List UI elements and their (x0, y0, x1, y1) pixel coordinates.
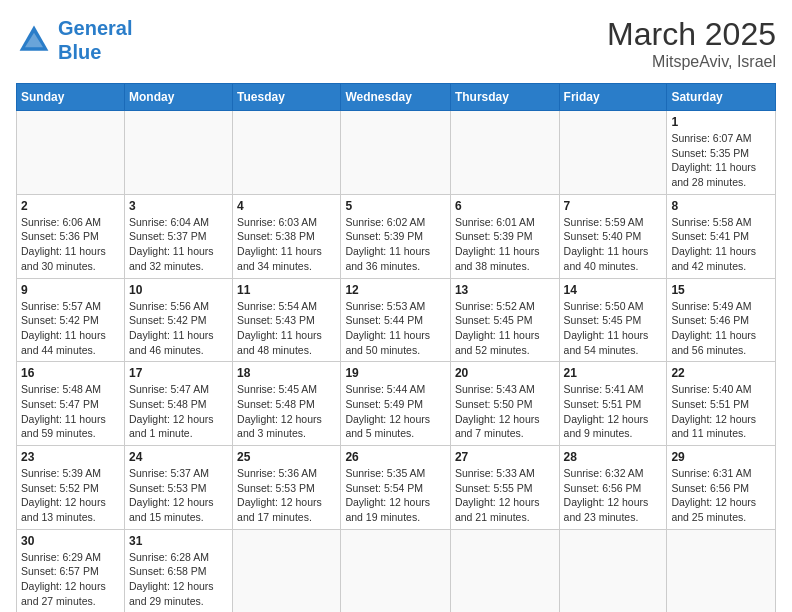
calendar-day-cell: 29Sunrise: 6:31 AM Sunset: 6:56 PM Dayli… (667, 446, 776, 530)
weekday-header-monday: Monday (124, 84, 232, 111)
day-number: 30 (21, 534, 120, 548)
day-info: Sunrise: 5:35 AM Sunset: 5:54 PM Dayligh… (345, 466, 446, 525)
calendar-day-cell: 14Sunrise: 5:50 AM Sunset: 5:45 PM Dayli… (559, 278, 667, 362)
page-header: General Blue March 2025 MitspeAviv, Isra… (16, 16, 776, 71)
calendar-day-cell: 25Sunrise: 5:36 AM Sunset: 5:53 PM Dayli… (233, 446, 341, 530)
day-number: 17 (129, 366, 228, 380)
day-number: 13 (455, 283, 555, 297)
day-number: 18 (237, 366, 336, 380)
day-number: 27 (455, 450, 555, 464)
calendar-day-cell: 19Sunrise: 5:44 AM Sunset: 5:49 PM Dayli… (341, 362, 451, 446)
day-number: 1 (671, 115, 771, 129)
calendar-day-cell: 27Sunrise: 5:33 AM Sunset: 5:55 PM Dayli… (450, 446, 559, 530)
day-info: Sunrise: 5:50 AM Sunset: 5:45 PM Dayligh… (564, 299, 663, 358)
title-area: March 2025 MitspeAviv, Israel (607, 16, 776, 71)
calendar-week-row: 2Sunrise: 6:06 AM Sunset: 5:36 PM Daylig… (17, 194, 776, 278)
day-info: Sunrise: 5:54 AM Sunset: 5:43 PM Dayligh… (237, 299, 336, 358)
day-info: Sunrise: 5:53 AM Sunset: 5:44 PM Dayligh… (345, 299, 446, 358)
day-info: Sunrise: 5:57 AM Sunset: 5:42 PM Dayligh… (21, 299, 120, 358)
day-info: Sunrise: 6:02 AM Sunset: 5:39 PM Dayligh… (345, 215, 446, 274)
calendar-day-cell: 13Sunrise: 5:52 AM Sunset: 5:45 PM Dayli… (450, 278, 559, 362)
logo-general: General (58, 17, 132, 39)
calendar-day-cell: 15Sunrise: 5:49 AM Sunset: 5:46 PM Dayli… (667, 278, 776, 362)
day-number: 8 (671, 199, 771, 213)
day-info: Sunrise: 5:48 AM Sunset: 5:47 PM Dayligh… (21, 382, 120, 441)
day-number: 23 (21, 450, 120, 464)
day-number: 16 (21, 366, 120, 380)
logo-area: General Blue (16, 16, 132, 64)
calendar-day-cell: 12Sunrise: 5:53 AM Sunset: 5:44 PM Dayli… (341, 278, 451, 362)
calendar-day-cell: 3Sunrise: 6:04 AM Sunset: 5:37 PM Daylig… (124, 194, 232, 278)
day-number: 11 (237, 283, 336, 297)
logo-blue: Blue (58, 41, 101, 63)
calendar-day-cell: 16Sunrise: 5:48 AM Sunset: 5:47 PM Dayli… (17, 362, 125, 446)
calendar-day-cell: 5Sunrise: 6:02 AM Sunset: 5:39 PM Daylig… (341, 194, 451, 278)
calendar-day-cell: 2Sunrise: 6:06 AM Sunset: 5:36 PM Daylig… (17, 194, 125, 278)
day-number: 4 (237, 199, 336, 213)
calendar-day-cell: 23Sunrise: 5:39 AM Sunset: 5:52 PM Dayli… (17, 446, 125, 530)
day-info: Sunrise: 5:43 AM Sunset: 5:50 PM Dayligh… (455, 382, 555, 441)
weekday-header-thursday: Thursday (450, 84, 559, 111)
day-number: 9 (21, 283, 120, 297)
calendar-day-cell (450, 111, 559, 195)
weekday-header-wednesday: Wednesday (341, 84, 451, 111)
day-number: 14 (564, 283, 663, 297)
day-number: 3 (129, 199, 228, 213)
calendar-day-cell: 7Sunrise: 5:59 AM Sunset: 5:40 PM Daylig… (559, 194, 667, 278)
calendar-day-cell (124, 111, 232, 195)
day-number: 26 (345, 450, 446, 464)
day-info: Sunrise: 6:07 AM Sunset: 5:35 PM Dayligh… (671, 131, 771, 190)
calendar-day-cell: 21Sunrise: 5:41 AM Sunset: 5:51 PM Dayli… (559, 362, 667, 446)
calendar-day-cell: 10Sunrise: 5:56 AM Sunset: 5:42 PM Dayli… (124, 278, 232, 362)
location-title: MitspeAviv, Israel (607, 53, 776, 71)
calendar-day-cell: 24Sunrise: 5:37 AM Sunset: 5:53 PM Dayli… (124, 446, 232, 530)
calendar-day-cell (17, 111, 125, 195)
calendar-day-cell (341, 111, 451, 195)
calendar-week-row: 1Sunrise: 6:07 AM Sunset: 5:35 PM Daylig… (17, 111, 776, 195)
day-info: Sunrise: 6:29 AM Sunset: 6:57 PM Dayligh… (21, 550, 120, 609)
day-number: 22 (671, 366, 771, 380)
day-number: 29 (671, 450, 771, 464)
weekday-header-row: SundayMondayTuesdayWednesdayThursdayFrid… (17, 84, 776, 111)
month-title: March 2025 (607, 16, 776, 53)
day-number: 6 (455, 199, 555, 213)
calendar-week-row: 9Sunrise: 5:57 AM Sunset: 5:42 PM Daylig… (17, 278, 776, 362)
calendar-day-cell: 22Sunrise: 5:40 AM Sunset: 5:51 PM Dayli… (667, 362, 776, 446)
day-number: 7 (564, 199, 663, 213)
day-number: 31 (129, 534, 228, 548)
general-blue-logo-icon (16, 22, 52, 58)
day-info: Sunrise: 5:58 AM Sunset: 5:41 PM Dayligh… (671, 215, 771, 274)
day-info: Sunrise: 6:28 AM Sunset: 6:58 PM Dayligh… (129, 550, 228, 609)
calendar-day-cell (233, 111, 341, 195)
day-number: 28 (564, 450, 663, 464)
calendar-day-cell (667, 529, 776, 612)
calendar-day-cell: 31Sunrise: 6:28 AM Sunset: 6:58 PM Dayli… (124, 529, 232, 612)
calendar-day-cell: 30Sunrise: 6:29 AM Sunset: 6:57 PM Dayli… (17, 529, 125, 612)
day-number: 2 (21, 199, 120, 213)
calendar-day-cell (450, 529, 559, 612)
calendar-day-cell: 28Sunrise: 6:32 AM Sunset: 6:56 PM Dayli… (559, 446, 667, 530)
calendar-table: SundayMondayTuesdayWednesdayThursdayFrid… (16, 83, 776, 612)
day-info: Sunrise: 5:47 AM Sunset: 5:48 PM Dayligh… (129, 382, 228, 441)
calendar-week-row: 30Sunrise: 6:29 AM Sunset: 6:57 PM Dayli… (17, 529, 776, 612)
calendar-day-cell: 6Sunrise: 6:01 AM Sunset: 5:39 PM Daylig… (450, 194, 559, 278)
weekday-header-saturday: Saturday (667, 84, 776, 111)
calendar-day-cell: 9Sunrise: 5:57 AM Sunset: 5:42 PM Daylig… (17, 278, 125, 362)
day-info: Sunrise: 5:41 AM Sunset: 5:51 PM Dayligh… (564, 382, 663, 441)
day-info: Sunrise: 5:49 AM Sunset: 5:46 PM Dayligh… (671, 299, 771, 358)
day-info: Sunrise: 6:04 AM Sunset: 5:37 PM Dayligh… (129, 215, 228, 274)
calendar-day-cell: 4Sunrise: 6:03 AM Sunset: 5:38 PM Daylig… (233, 194, 341, 278)
calendar-day-cell: 20Sunrise: 5:43 AM Sunset: 5:50 PM Dayli… (450, 362, 559, 446)
calendar-day-cell (559, 529, 667, 612)
day-info: Sunrise: 5:33 AM Sunset: 5:55 PM Dayligh… (455, 466, 555, 525)
day-info: Sunrise: 5:45 AM Sunset: 5:48 PM Dayligh… (237, 382, 336, 441)
day-info: Sunrise: 6:01 AM Sunset: 5:39 PM Dayligh… (455, 215, 555, 274)
day-number: 20 (455, 366, 555, 380)
calendar-week-row: 23Sunrise: 5:39 AM Sunset: 5:52 PM Dayli… (17, 446, 776, 530)
weekday-header-sunday: Sunday (17, 84, 125, 111)
day-number: 21 (564, 366, 663, 380)
calendar-day-cell (233, 529, 341, 612)
day-number: 15 (671, 283, 771, 297)
calendar-day-cell: 11Sunrise: 5:54 AM Sunset: 5:43 PM Dayli… (233, 278, 341, 362)
calendar-day-cell: 18Sunrise: 5:45 AM Sunset: 5:48 PM Dayli… (233, 362, 341, 446)
